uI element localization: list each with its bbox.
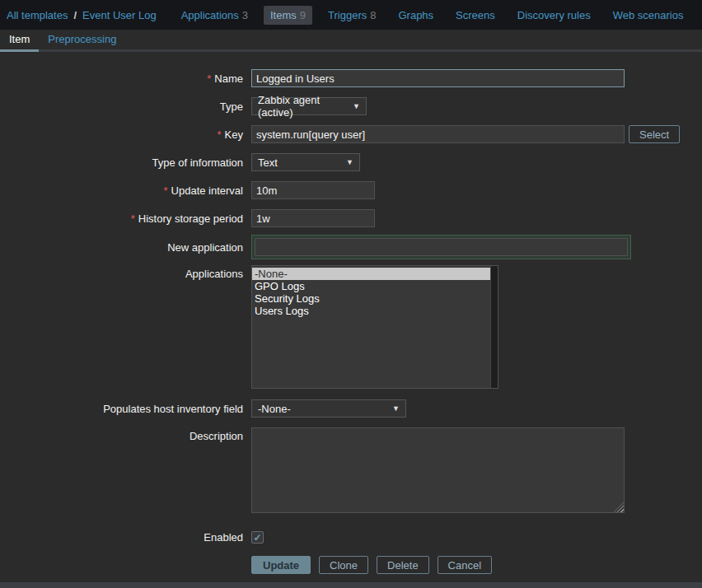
name-input[interactable] bbox=[251, 69, 625, 87]
inventory-label: Populates host inventory field bbox=[0, 403, 243, 415]
applications-option-security-logs[interactable]: Security Logs bbox=[252, 292, 490, 305]
applications-row: Applications -None- GPO Logs Security Lo… bbox=[0, 265, 702, 389]
type-of-information-label: Type of information bbox=[0, 156, 243, 169]
required-asterisk: * bbox=[131, 212, 135, 225]
nav-item-label: Screens bbox=[456, 9, 495, 21]
new-application-label: New application bbox=[0, 241, 243, 254]
type-select[interactable]: Zabbix agent (active) ▼ bbox=[251, 97, 367, 115]
delete-button[interactable]: Delete bbox=[377, 556, 429, 574]
chevron-down-icon: ▼ bbox=[353, 102, 360, 110]
type-select-value: Zabbix agent (active) bbox=[258, 94, 346, 119]
nav-item-applications[interactable]: Applications3 bbox=[175, 6, 255, 25]
nav-item-label: Discovery rules bbox=[517, 9, 591, 21]
update-button[interactable]: Update bbox=[251, 556, 311, 574]
type-of-information-row: Type of information Text ▼ bbox=[0, 153, 702, 171]
tab-item[interactable]: Item bbox=[0, 30, 39, 49]
name-label: Name bbox=[214, 72, 243, 85]
new-application-highlight bbox=[251, 235, 631, 259]
applications-label: Applications bbox=[0, 265, 243, 280]
chevron-down-icon: ▼ bbox=[392, 404, 400, 413]
history-storage-input[interactable] bbox=[251, 209, 375, 227]
breadcrumb-separator: / bbox=[73, 9, 77, 21]
nav-item-count: 9 bbox=[300, 9, 306, 21]
name-row: *Name bbox=[0, 69, 702, 87]
nav-item-label: Applications bbox=[181, 9, 239, 21]
nav-item-items[interactable]: Items9 bbox=[264, 6, 312, 25]
type-label: Type bbox=[0, 100, 243, 113]
enabled-row: Enabled ✓ bbox=[0, 531, 702, 544]
description-row: Description bbox=[0, 427, 702, 513]
description-textarea[interactable] bbox=[251, 427, 625, 513]
inventory-select[interactable]: -None- ▼ bbox=[251, 399, 406, 418]
update-interval-input[interactable] bbox=[251, 181, 375, 199]
required-asterisk: * bbox=[207, 72, 211, 85]
top-navigation: All templates / Event User Log Applicati… bbox=[0, 0, 702, 30]
new-application-input[interactable] bbox=[255, 238, 628, 256]
breadcrumb-all-templates[interactable]: All templates bbox=[7, 9, 68, 21]
nav-item-discovery-rules[interactable]: Discovery rules bbox=[511, 6, 597, 25]
new-application-row: New application bbox=[0, 235, 702, 259]
clone-button[interactable]: Clone bbox=[319, 556, 368, 574]
history-storage-label: History storage period bbox=[138, 212, 243, 225]
page-footer-strip bbox=[0, 582, 702, 588]
type-of-information-value: Text bbox=[258, 156, 278, 169]
type-row: Type Zabbix agent (active) ▼ bbox=[0, 97, 702, 115]
required-asterisk: * bbox=[218, 128, 222, 141]
applications-option-gpo-logs[interactable]: GPO Logs bbox=[252, 280, 490, 292]
key-label: Key bbox=[225, 128, 243, 141]
chevron-down-icon: ▼ bbox=[346, 158, 353, 166]
update-interval-row: *Update interval bbox=[0, 181, 702, 199]
key-row: *Key Select bbox=[0, 125, 702, 143]
inventory-select-value: -None- bbox=[258, 403, 291, 415]
key-input[interactable] bbox=[251, 125, 625, 143]
nav-item-label: Web scenarios bbox=[613, 9, 684, 21]
description-label: Description bbox=[0, 427, 243, 442]
nav-item-web-scenarios[interactable]: Web scenarios bbox=[606, 6, 690, 25]
nav-item-graphs[interactable]: Graphs bbox=[391, 6, 440, 25]
type-of-information-select[interactable]: Text ▼ bbox=[251, 153, 360, 171]
nav-item-triggers[interactable]: Triggers8 bbox=[321, 6, 382, 25]
tab-preprocessing[interactable]: Preprocessing bbox=[39, 30, 125, 49]
applications-option-none[interactable]: -None- bbox=[252, 268, 490, 280]
listbox-scrollbar[interactable] bbox=[490, 266, 498, 388]
nav-item-count: 3 bbox=[242, 9, 248, 21]
nav-item-label: Graphs bbox=[398, 9, 433, 21]
entity-nav: Applications3 Items9 Triggers8 Graphs Sc… bbox=[175, 6, 700, 25]
enabled-checkbox[interactable]: ✓ bbox=[251, 531, 264, 544]
tab-bar: Item Preprocessing bbox=[0, 30, 702, 52]
applications-option-users-logs[interactable]: Users Logs bbox=[252, 305, 490, 317]
checkmark-icon: ✓ bbox=[253, 532, 261, 544]
nav-item-count: 8 bbox=[370, 9, 376, 21]
nav-item-label: Items bbox=[270, 9, 297, 21]
history-storage-row: *History storage period bbox=[0, 209, 702, 227]
cancel-button[interactable]: Cancel bbox=[438, 556, 492, 574]
required-asterisk: * bbox=[163, 184, 167, 197]
breadcrumb-template-name[interactable]: Event User Log bbox=[82, 9, 157, 21]
applications-listbox[interactable]: -None- GPO Logs Security Logs Users Logs bbox=[251, 265, 498, 389]
form-buttons-row: Update Clone Delete Cancel bbox=[0, 556, 702, 574]
nav-item-screens[interactable]: Screens bbox=[449, 6, 502, 25]
key-select-button[interactable]: Select bbox=[629, 125, 680, 143]
update-interval-label: Update interval bbox=[171, 184, 243, 197]
inventory-row: Populates host inventory field -None- ▼ bbox=[0, 399, 702, 418]
enabled-label: Enabled bbox=[0, 531, 243, 544]
item-edit-form: *Name Type Zabbix agent (active) ▼ *Key … bbox=[0, 52, 702, 574]
nav-item-label: Triggers bbox=[328, 9, 367, 21]
